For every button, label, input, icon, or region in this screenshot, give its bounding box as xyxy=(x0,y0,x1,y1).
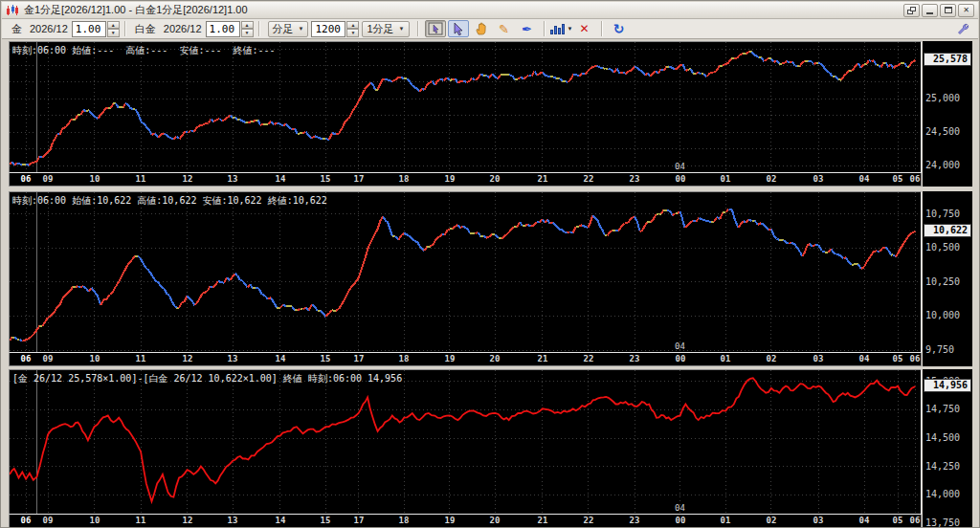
candle-segment xyxy=(672,68,675,70)
candle-segment xyxy=(764,59,767,61)
candle-segment xyxy=(286,124,289,127)
candle-segment xyxy=(867,60,870,64)
candle-segment xyxy=(146,127,149,130)
close-button[interactable]: ✕ xyxy=(958,4,974,17)
candle-segment xyxy=(173,137,176,140)
bar-count-input[interactable] xyxy=(311,21,345,37)
time-tick-label: 17 xyxy=(354,174,365,184)
candle-segment xyxy=(45,318,48,322)
candle-segment xyxy=(909,63,911,67)
settings-wrench-icon[interactable] xyxy=(956,22,969,35)
chart-app-window: 金1分足[2026/12]1.00 - 白金1分足[2026/12]1.00 ✕… xyxy=(0,0,980,528)
candle-segment xyxy=(356,101,359,106)
candle-segment xyxy=(370,83,373,85)
gold-chart-plot[interactable]: 時刻:06:00 始値:--- 高値:--- 安値:--- 終値:--- 04 xyxy=(9,41,922,173)
candle-segment xyxy=(815,245,818,246)
candle-segment xyxy=(298,309,301,310)
spin-up-icon[interactable]: ▲ xyxy=(241,21,254,30)
candle-segment xyxy=(125,103,128,105)
candle-segment xyxy=(787,61,790,62)
title-bar[interactable]: 金1分足[2026/12]1.00 - 白金1分足[2026/12]1.00 ✕ xyxy=(2,2,978,19)
pen-annotate-icon[interactable]: ✒ xyxy=(517,20,538,37)
clear-indicators-icon[interactable]: ✕ xyxy=(574,20,595,37)
candle-segment xyxy=(746,220,748,223)
candle-segment xyxy=(183,131,186,135)
candle-segment xyxy=(822,64,825,69)
candle-segment xyxy=(336,134,339,135)
duplicate-window-button[interactable] xyxy=(903,4,920,17)
candle-segment xyxy=(618,227,621,231)
platinum-chart-plot[interactable]: 時刻:06:00 始値:10,622 高値:10,622 安値:10,622 終… xyxy=(9,191,922,353)
time-tick-label: 17 xyxy=(354,354,365,363)
candle-segment xyxy=(116,282,119,286)
time-tick-label: 10 xyxy=(90,354,100,363)
minimize-button[interactable] xyxy=(922,4,938,17)
bar-chart-type-icon[interactable]: ▼ xyxy=(551,20,572,37)
candle-segment xyxy=(230,276,233,280)
cursor-icon[interactable] xyxy=(448,20,469,37)
candle-segment xyxy=(68,290,71,293)
candle-segment xyxy=(767,58,769,59)
time-tick-label: 05 xyxy=(893,354,903,363)
candle-segment xyxy=(14,338,17,340)
pencil-draw-icon[interactable]: ✎ xyxy=(494,20,515,37)
candle-segment xyxy=(556,226,559,229)
candle-segment xyxy=(909,233,911,235)
candle-segment xyxy=(26,339,29,340)
bar-count-spinner[interactable]: ▲▼ xyxy=(311,21,359,37)
spin-down-icon[interactable]: ▼ xyxy=(107,29,120,37)
candle-segment xyxy=(102,109,105,113)
spin-down-icon[interactable]: ▼ xyxy=(346,29,359,37)
candle-segment xyxy=(20,340,23,341)
candle-segment xyxy=(463,81,466,82)
candle-segment xyxy=(447,229,450,230)
crosshair-select-icon[interactable] xyxy=(425,20,446,37)
time-tick-label: 15 xyxy=(321,354,331,363)
candle-segment xyxy=(828,72,831,73)
time-tick-label: 03 xyxy=(813,354,824,363)
candle-segment xyxy=(559,229,562,230)
candle-segment xyxy=(439,234,442,236)
candle-segment xyxy=(728,59,731,63)
candle-segment xyxy=(757,56,760,58)
candle-segment xyxy=(608,231,611,235)
candle-segment xyxy=(685,70,688,72)
candle-segment xyxy=(10,338,12,341)
spin-up-icon[interactable]: ▲ xyxy=(107,21,120,30)
hand-pan-icon[interactable] xyxy=(471,20,492,37)
candle-segment xyxy=(784,240,787,243)
spin-up-icon[interactable]: ▲ xyxy=(346,21,359,30)
candle-segment xyxy=(343,297,345,303)
candle-segment xyxy=(386,221,388,223)
maximize-button[interactable] xyxy=(940,4,956,17)
candle-segment xyxy=(592,215,595,217)
candle-segment xyxy=(480,236,483,237)
price-tick-label: 10,500 xyxy=(925,242,960,253)
time-tick-label: 20 xyxy=(490,354,501,363)
toolbar-separator xyxy=(544,21,546,36)
gold-multiplier-spinner[interactable]: ▲▼ xyxy=(72,21,120,37)
gold-multiplier-input[interactable] xyxy=(72,21,106,37)
candle-segment xyxy=(498,75,501,78)
candle-segment xyxy=(180,135,183,139)
spread-chart-plot[interactable]: [金 26/12 25,578×1.00]-[白金 26/12 10,622×1… xyxy=(9,369,922,515)
platinum-multiplier-input[interactable] xyxy=(206,21,240,37)
candle-segment xyxy=(378,85,381,90)
candle-segment xyxy=(240,120,243,121)
candle-segment xyxy=(553,223,556,226)
time-tick-label: 21 xyxy=(538,174,548,184)
refresh-icon[interactable]: ↻ xyxy=(609,20,630,37)
candle-segment xyxy=(453,227,456,229)
time-tick-label: 13 xyxy=(228,174,238,184)
spin-down-icon[interactable]: ▼ xyxy=(241,29,254,37)
candle-segment xyxy=(664,67,667,71)
candle-segment xyxy=(629,70,632,71)
bar-type-dropdown[interactable]: 分足 ▼ xyxy=(268,21,309,37)
candle-segment xyxy=(582,225,585,227)
interval-dropdown[interactable]: 1分足 ▼ xyxy=(362,21,409,37)
platinum-multiplier-spinner[interactable]: ▲▼ xyxy=(206,21,254,37)
candle-segment xyxy=(706,74,710,77)
candle-segment xyxy=(318,137,321,138)
candle-segment xyxy=(562,230,565,232)
candle-segment xyxy=(739,224,742,228)
